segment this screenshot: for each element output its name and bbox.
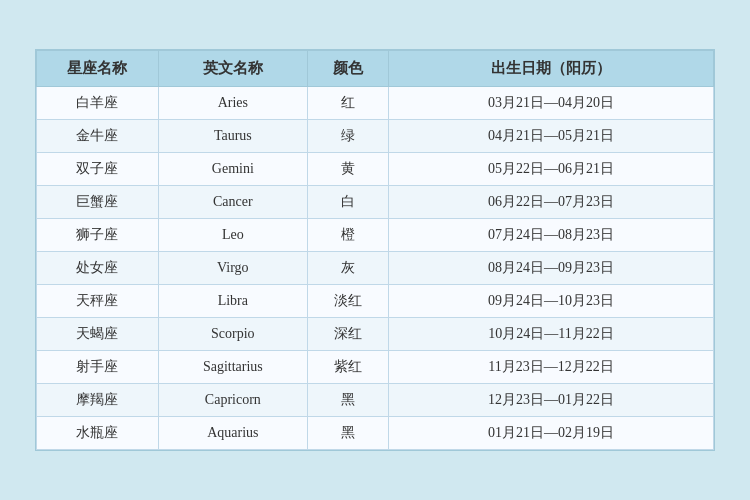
header-english: 英文名称 — [158, 51, 307, 87]
cell-chinese: 金牛座 — [37, 120, 159, 153]
table-row: 金牛座Taurus绿04月21日—05月21日 — [37, 120, 714, 153]
cell-date: 12月23日—01月22日 — [389, 384, 714, 417]
cell-color: 黑 — [307, 384, 388, 417]
cell-color: 黄 — [307, 153, 388, 186]
cell-english: Taurus — [158, 120, 307, 153]
cell-english: Cancer — [158, 186, 307, 219]
cell-english: Sagittarius — [158, 351, 307, 384]
table-row: 天蝎座Scorpio深红10月24日—11月22日 — [37, 318, 714, 351]
cell-chinese: 白羊座 — [37, 87, 159, 120]
cell-color: 淡红 — [307, 285, 388, 318]
zodiac-table-container: 星座名称 英文名称 颜色 出生日期（阳历） 白羊座Aries红03月21日—04… — [35, 49, 715, 451]
cell-date: 06月22日—07月23日 — [389, 186, 714, 219]
cell-color: 紫红 — [307, 351, 388, 384]
cell-chinese: 狮子座 — [37, 219, 159, 252]
table-row: 巨蟹座Cancer白06月22日—07月23日 — [37, 186, 714, 219]
table-row: 白羊座Aries红03月21日—04月20日 — [37, 87, 714, 120]
cell-date: 05月22日—06月21日 — [389, 153, 714, 186]
zodiac-table: 星座名称 英文名称 颜色 出生日期（阳历） 白羊座Aries红03月21日—04… — [36, 50, 714, 450]
table-body: 白羊座Aries红03月21日—04月20日金牛座Taurus绿04月21日—0… — [37, 87, 714, 450]
table-row: 水瓶座Aquarius黑01月21日—02月19日 — [37, 417, 714, 450]
cell-date: 03月21日—04月20日 — [389, 87, 714, 120]
table-row: 处女座Virgo灰08月24日—09月23日 — [37, 252, 714, 285]
cell-color: 红 — [307, 87, 388, 120]
cell-chinese: 天秤座 — [37, 285, 159, 318]
table-row: 双子座Gemini黄05月22日—06月21日 — [37, 153, 714, 186]
cell-date: 01月21日—02月19日 — [389, 417, 714, 450]
cell-english: Leo — [158, 219, 307, 252]
cell-english: Aries — [158, 87, 307, 120]
cell-chinese: 摩羯座 — [37, 384, 159, 417]
cell-english: Capricorn — [158, 384, 307, 417]
cell-english: Gemini — [158, 153, 307, 186]
table-row: 狮子座Leo橙07月24日—08月23日 — [37, 219, 714, 252]
header-chinese: 星座名称 — [37, 51, 159, 87]
cell-date: 08月24日—09月23日 — [389, 252, 714, 285]
table-header-row: 星座名称 英文名称 颜色 出生日期（阳历） — [37, 51, 714, 87]
cell-date: 10月24日—11月22日 — [389, 318, 714, 351]
cell-chinese: 水瓶座 — [37, 417, 159, 450]
cell-english: Aquarius — [158, 417, 307, 450]
cell-date: 09月24日—10月23日 — [389, 285, 714, 318]
cell-english: Libra — [158, 285, 307, 318]
table-row: 射手座Sagittarius紫红11月23日—12月22日 — [37, 351, 714, 384]
cell-date: 07月24日—08月23日 — [389, 219, 714, 252]
cell-color: 深红 — [307, 318, 388, 351]
cell-chinese: 天蝎座 — [37, 318, 159, 351]
cell-chinese: 射手座 — [37, 351, 159, 384]
cell-color: 黑 — [307, 417, 388, 450]
cell-color: 灰 — [307, 252, 388, 285]
cell-date: 04月21日—05月21日 — [389, 120, 714, 153]
cell-chinese: 巨蟹座 — [37, 186, 159, 219]
table-row: 天秤座Libra淡红09月24日—10月23日 — [37, 285, 714, 318]
header-color: 颜色 — [307, 51, 388, 87]
table-row: 摩羯座Capricorn黑12月23日—01月22日 — [37, 384, 714, 417]
cell-color: 橙 — [307, 219, 388, 252]
cell-english: Virgo — [158, 252, 307, 285]
cell-color: 白 — [307, 186, 388, 219]
cell-color: 绿 — [307, 120, 388, 153]
cell-english: Scorpio — [158, 318, 307, 351]
header-date: 出生日期（阳历） — [389, 51, 714, 87]
cell-chinese: 处女座 — [37, 252, 159, 285]
cell-chinese: 双子座 — [37, 153, 159, 186]
cell-date: 11月23日—12月22日 — [389, 351, 714, 384]
